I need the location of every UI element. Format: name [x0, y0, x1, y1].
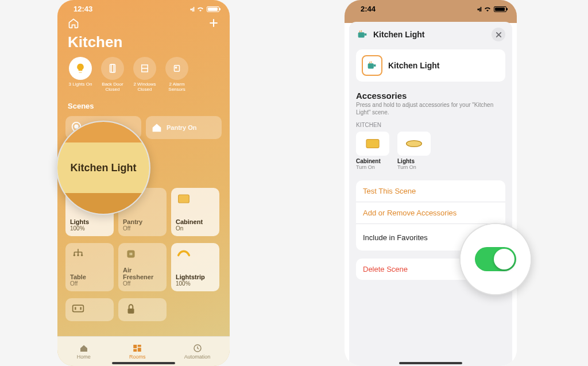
svg-rect-3 — [175, 66, 180, 72]
scene-card-icon — [362, 55, 382, 76]
house-icon — [150, 121, 163, 134]
summary-sensors[interactable]: 2 Alarm Sensors — [163, 57, 191, 93]
svg-rect-13 — [131, 252, 133, 255]
accessory-tile-lock[interactable] — [118, 298, 167, 321]
summary-door[interactable]: Back Door Closed — [99, 57, 126, 93]
callout-magnifier-kitchen-light: Kitchen Light — [56, 121, 150, 215]
svg-rect-21 — [133, 349, 137, 352]
tab-label: Home — [77, 354, 91, 360]
tab-home[interactable]: Home — [77, 343, 91, 360]
sensor-icon — [165, 57, 188, 80]
accessory-tile-lights[interactable]: Lights Turn On — [397, 132, 433, 170]
favorites-toggle-zoomed[interactable] — [475, 247, 516, 271]
accessories-group-label: KITCHEN — [356, 122, 505, 128]
bulb-on-icon — [69, 57, 92, 80]
tab-label: Automation — [184, 354, 211, 360]
accessories-section: Accessories Press and hold to adjust acc… — [356, 91, 505, 170]
tile-state: Off — [123, 225, 162, 232]
section-scenes-label: Scenes — [57, 99, 230, 113]
tile-name: Cabinent — [176, 218, 215, 225]
accessories-tiles: Cabinent Turn On Lights Turn On — [356, 132, 505, 170]
window-icon — [133, 57, 156, 80]
status-bar: 2:44 — [345, 0, 517, 15]
acc-state: Turn On — [356, 164, 392, 170]
summary-windows[interactable]: 2 Windows Closed — [131, 57, 158, 93]
test-scene-label: Test This Scene — [363, 187, 416, 195]
summary-label: 3 Lights On — [67, 82, 94, 87]
close-icon — [496, 32, 502, 38]
accessory-row-2: Table Off Air Freshener Off Lightstrip 1… — [57, 240, 230, 295]
close-button[interactable] — [492, 28, 505, 41]
scene-label: Pantry On — [167, 124, 197, 131]
status-time: 12:43 — [74, 5, 92, 13]
accessory-row-3 — [57, 295, 230, 325]
scene-name-card[interactable]: Kitchen Light — [356, 49, 505, 82]
tile-state: 100% — [70, 225, 109, 232]
accessory-tile-lightstrip[interactable]: Lightstrip 100% — [171, 243, 219, 291]
scene-tile-pantry[interactable]: Pantry On — [146, 116, 222, 139]
accessories-subtitle: Press and hold to adjust accessories for… — [356, 102, 505, 116]
phone-screen-scene-detail: 2:44 Kitchen Light Kitchen — [345, 0, 517, 366]
status-indicators — [477, 5, 506, 13]
tile-yellow-icon — [356, 132, 389, 156]
include-favorites-label: Include in Favorites — [363, 233, 428, 242]
tile-state: Off — [123, 280, 162, 287]
plug-icon — [123, 248, 139, 260]
behind-sheet-bg: 2:44 — [345, 0, 517, 23]
add-icon[interactable] — [208, 17, 219, 31]
battery-icon — [494, 6, 506, 12]
tab-rooms[interactable]: Rooms — [129, 343, 146, 360]
home-icon[interactable] — [68, 17, 79, 31]
automation-icon — [192, 343, 203, 353]
accessories-title: Accessories — [356, 91, 505, 101]
lock-icon — [123, 303, 139, 315]
svg-rect-17 — [128, 308, 134, 313]
status-bar: 12:43 — [57, 0, 230, 15]
cabinet-icon — [176, 192, 192, 205]
svg-rect-24 — [365, 33, 367, 36]
svg-rect-20 — [138, 348, 141, 352]
tab-automation[interactable]: Automation — [184, 343, 211, 360]
tile-name: Lights — [70, 218, 109, 225]
summary-lights[interactable]: 3 Lights On — [67, 57, 94, 93]
tab-label: Rooms — [129, 354, 146, 360]
add-remove-label: Add or Remove Accessories — [363, 209, 457, 217]
tile-name: Air Freshener — [123, 267, 162, 280]
summary-label: 2 Windows Closed — [131, 82, 158, 93]
svg-rect-12 — [130, 252, 131, 255]
svg-rect-26 — [374, 64, 376, 67]
acc-state: Turn On — [397, 164, 433, 170]
acc-name: Lights — [397, 158, 433, 164]
accessory-tile-cabinet[interactable]: Cabinent Turn On — [356, 132, 392, 170]
tile-state: 100% — [176, 280, 215, 287]
accessory-tile-cabinet[interactable]: Cabinent On — [171, 188, 219, 236]
chandelier-icon — [70, 248, 86, 260]
cellular-signal-icon — [477, 5, 481, 13]
svg-rect-16 — [80, 307, 82, 310]
sheet-header: Kitchen Light — [356, 28, 505, 41]
add-remove-row[interactable]: Add or Remove Accessories — [356, 202, 505, 224]
svg-rect-14 — [73, 305, 84, 312]
accessory-tile-table[interactable]: Table Off — [65, 243, 114, 291]
test-scene-row[interactable]: Test This Scene — [356, 180, 505, 202]
outlet-icon — [70, 303, 86, 315]
delete-scene-label: Delete Scene — [363, 265, 408, 273]
sheet-title: Kitchen Light — [373, 30, 487, 39]
svg-rect-18 — [133, 345, 137, 348]
tile-state: Off — [70, 280, 109, 287]
home-indicator — [399, 362, 462, 364]
wifi-icon — [196, 6, 204, 12]
accessory-tile-airfreshener[interactable]: Air Freshener Off — [118, 243, 167, 291]
svg-rect-0 — [110, 64, 115, 72]
status-time: 2:44 — [361, 5, 376, 13]
nav-row — [57, 15, 230, 33]
battery-icon — [207, 6, 219, 12]
scene-card-label: Kitchen Light — [388, 61, 439, 70]
acc-name: Cabinent — [356, 158, 392, 164]
wifi-icon — [483, 6, 492, 12]
summary-label: 2 Alarm Sensors — [163, 82, 191, 93]
svg-rect-11 — [127, 250, 134, 257]
accessory-tile-outlet[interactable] — [65, 298, 114, 321]
svg-rect-19 — [138, 345, 141, 347]
svg-rect-23 — [358, 32, 365, 37]
